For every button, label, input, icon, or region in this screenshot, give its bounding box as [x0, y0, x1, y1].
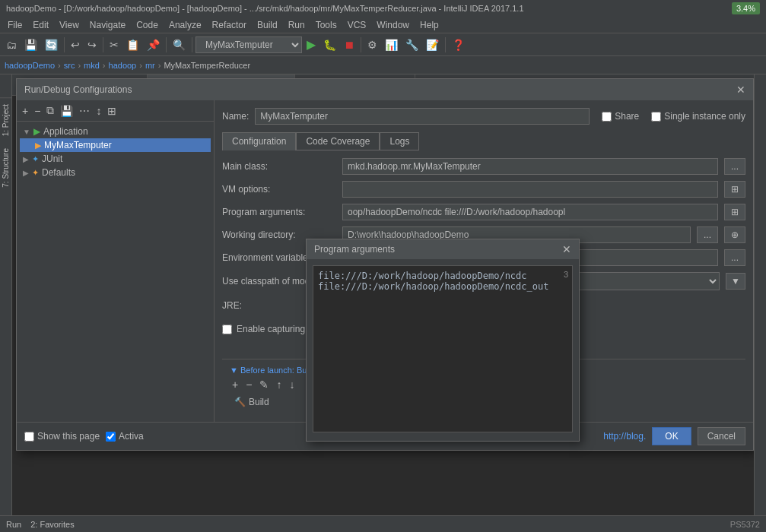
toolbar-more-2[interactable]: 📊 — [382, 37, 401, 52]
favorites-tab[interactable]: 2: Favorites — [30, 520, 74, 529]
tree-save-btn[interactable]: 💾 — [58, 103, 75, 118]
menu-tools[interactable]: Tools — [311, 18, 342, 32]
menu-analyze[interactable]: Analyze — [164, 18, 206, 32]
footer-url: http://blog. — [603, 431, 646, 442]
run-button[interactable]: ▶ — [304, 36, 319, 53]
menu-edit[interactable]: Edit — [28, 18, 53, 32]
panel-tab-structure[interactable]: 7: Structure — [0, 142, 11, 194]
toolbar-paste[interactable]: 📌 — [144, 37, 163, 52]
toolbar-btn-3[interactable]: 🔄 — [42, 37, 61, 52]
working-dir-browse-btn[interactable]: ... — [697, 226, 718, 243]
toolbar-sep-5 — [361, 37, 361, 52]
tree-add-btn[interactable]: + — [20, 103, 30, 118]
menu-code[interactable]: Code — [132, 18, 163, 32]
toolbar-copy[interactable]: 📋 — [123, 37, 142, 52]
panel-tab-project[interactable]: 1: Project — [0, 97, 11, 142]
tree-node-mymaxtemp[interactable]: ▶ MyMaxTemputer — [20, 138, 211, 152]
activate-checkbox[interactable] — [106, 432, 116, 442]
tree-more-btn[interactable]: ⋯ — [77, 103, 92, 118]
toolbar-redo[interactable]: ↪ — [84, 37, 100, 52]
name-input[interactable] — [255, 108, 590, 125]
debug-button[interactable]: 🐛 — [320, 37, 339, 52]
config-tab-configuration[interactable]: Configuration — [222, 132, 296, 150]
menu-file[interactable]: File — [3, 18, 27, 32]
single-instance-container: Single instance only — [651, 111, 745, 122]
enable-capture-checkbox[interactable] — [222, 325, 232, 334]
config-tab-coverage[interactable]: Code Coverage — [296, 132, 380, 150]
before-launch-up[interactable]: ↑ — [274, 378, 284, 391]
menu-refactor[interactable]: Refactor — [208, 18, 251, 32]
main-class-browse-btn[interactable]: ... — [724, 158, 745, 175]
run-debug-close-btn[interactable]: ✕ — [736, 84, 745, 96]
toolbar-more-4[interactable]: 📝 — [423, 37, 442, 52]
toolbar-more-1[interactable]: ⚙ — [364, 37, 380, 52]
before-launch-down[interactable]: ↓ — [287, 378, 297, 391]
working-dir-vars-btn[interactable]: ⊕ — [724, 226, 745, 243]
toolbar-help[interactable]: ❓ — [449, 37, 468, 52]
main-class-input[interactable] — [342, 158, 718, 175]
nav-hadoopDemo[interactable]: hadoopDemo — [5, 61, 55, 70]
tree-node-application[interactable]: ▼ ▶ Application — [20, 125, 211, 138]
run-debug-header: Run/Debug Configurations ✕ — [17, 79, 753, 100]
prog-args-line-number: 3 — [564, 270, 568, 279]
ok-button[interactable]: OK — [652, 427, 691, 445]
menu-build[interactable]: Build — [253, 18, 282, 32]
prog-args-close-btn[interactable]: ✕ — [562, 243, 571, 255]
nav-src[interactable]: src — [64, 61, 75, 70]
classpath-dropdown[interactable]: ▼ — [726, 273, 745, 290]
program-args-input[interactable] — [342, 204, 718, 220]
vm-options-input[interactable] — [342, 181, 718, 198]
show-page-container: Show this page — [24, 431, 100, 442]
bottom-right-info: PS5372 — [730, 520, 760, 529]
nav-mr[interactable]: mr — [145, 61, 155, 70]
memory-badge: 3.4% — [732, 2, 760, 14]
toolbar-btn-2[interactable]: 💾 — [21, 37, 40, 52]
before-launch-add[interactable]: + — [230, 378, 240, 391]
tree-copy-btn[interactable]: ⧉ — [44, 103, 56, 118]
menu-navigate[interactable]: Navigate — [85, 18, 130, 32]
title-text: hadoopDemo - [D:/work/hadoop/hadoopDemo]… — [6, 4, 524, 13]
nav-hadoop[interactable]: hadoop — [109, 61, 137, 70]
tree-sort-btn[interactable]: ↕ — [94, 103, 103, 118]
menu-help[interactable]: Help — [415, 18, 443, 32]
menu-vcs[interactable]: VCS — [343, 18, 371, 32]
prog-args-textarea[interactable] — [313, 265, 573, 432]
show-page-checkbox[interactable] — [24, 432, 34, 442]
toolbar-search[interactable]: 🔍 — [170, 37, 189, 52]
toolbar-undo[interactable]: ↩ — [68, 37, 83, 52]
env-vars-browse-btn[interactable]: ... — [724, 249, 745, 266]
activate-container: Activa — [106, 431, 144, 442]
before-launch-edit[interactable]: ✎ — [257, 378, 271, 391]
menu-window[interactable]: Window — [372, 18, 414, 32]
dialog-config-tree: + − ⧉ 💾 ⋯ ↕ ⊞ ▼ ▶ Applicat — [17, 100, 215, 422]
toolbar-more-3[interactable]: 🔧 — [402, 37, 421, 52]
vm-options-expand-btn[interactable]: ⊞ — [724, 181, 745, 198]
toolbar-cut[interactable]: ✂ — [106, 37, 122, 52]
prog-args-body: 3 — [307, 259, 579, 441]
defaults-icon: ✦ — [32, 168, 39, 178]
toolbar-btn-1[interactable]: 🗂 — [3, 37, 20, 52]
name-row: Name: Share Single instance only — [222, 108, 745, 125]
nav-file[interactable]: MyMaxTemperReducer — [164, 61, 250, 70]
tree-group-btn[interactable]: ⊞ — [105, 103, 119, 118]
share-checkbox[interactable] — [602, 112, 612, 122]
tree-node-junit[interactable]: ▶ ✦ JUnit — [20, 152, 211, 166]
tree-remove-btn[interactable]: − — [32, 103, 43, 118]
toolbar-sep-4 — [192, 37, 192, 52]
tree-label-junit: JUnit — [42, 154, 62, 164]
stop-button[interactable]: ⏹ — [341, 37, 358, 52]
nav-mkd[interactable]: mkd — [84, 61, 100, 70]
menu-run[interactable]: Run — [284, 18, 310, 32]
menu-view[interactable]: View — [55, 18, 84, 32]
program-args-expand-btn[interactable]: ⊞ — [724, 204, 745, 220]
tree-node-defaults[interactable]: ▶ ✦ Defaults — [20, 166, 211, 179]
tree-arrow-junit: ▶ — [23, 155, 29, 163]
activate-label: Activa — [119, 431, 144, 442]
cancel-button[interactable]: Cancel — [698, 427, 745, 445]
single-instance-checkbox[interactable] — [651, 112, 661, 122]
before-launch-remove[interactable]: − — [243, 378, 254, 391]
nav-sep-1: › — [58, 61, 61, 70]
run-tab[interactable]: Run — [6, 520, 21, 529]
run-config-dropdown[interactable]: MyMaxTemputer — [195, 36, 302, 53]
config-tab-logs[interactable]: Logs — [380, 132, 419, 150]
